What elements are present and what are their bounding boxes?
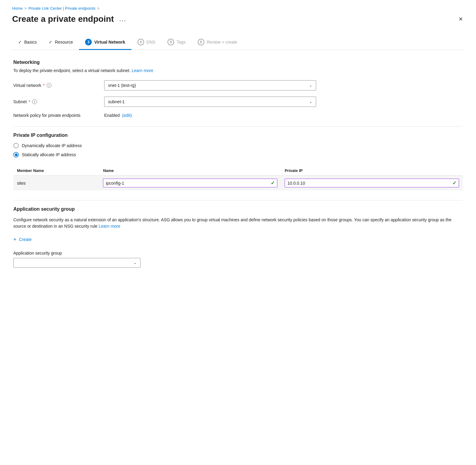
ellipsis-button[interactable]: ...	[117, 15, 128, 23]
subnet-info-icon[interactable]: i	[32, 99, 37, 104]
tab-virtual-network[interactable]: 3 Virtual Network	[79, 35, 131, 50]
name-input-wrapper: ✓	[103, 179, 277, 187]
networking-description: To deploy the private endpoint, select a…	[13, 68, 463, 73]
plus-icon: +	[13, 237, 17, 242]
virtual-network-chevron: ⌄	[309, 83, 312, 87]
networking-section-title: Networking	[13, 60, 463, 65]
subnet-value: subnet-1	[108, 99, 124, 104]
create-btn-label: Create	[19, 237, 32, 242]
network-policy-label: Network policy for private endpoints	[13, 113, 98, 118]
subnet-dropdown[interactable]: subnet-1 ⌄	[104, 97, 316, 107]
col-private-ip: Private IP	[281, 166, 463, 176]
wizard-tabs: ✓ Basics ✓ Resource 3 Virtual Network 4 …	[12, 35, 464, 50]
tab-circle-tags: 5	[167, 39, 174, 45]
tab-label-tags: Tags	[177, 40, 186, 45]
radio-dynamic-label: Dynamically allocate IP address	[22, 143, 82, 148]
col-member-name: Member Name	[13, 166, 99, 176]
tab-basics[interactable]: ✓ Basics	[12, 36, 43, 49]
asg-description: Configure network security as a natural …	[13, 217, 463, 229]
page-title-row: Create a private endpoint ...	[12, 14, 128, 24]
tab-check-basics: ✓	[18, 40, 22, 45]
virtual-network-value: vnet-1 (test-rg)	[108, 83, 136, 88]
asg-title: Application security group	[13, 206, 463, 212]
ip-input[interactable]	[287, 181, 450, 186]
tab-label-virtual-network: Virtual Network	[94, 40, 125, 45]
virtual-network-info-icon[interactable]: i	[47, 83, 51, 88]
radio-dynamic[interactable]: Dynamically allocate IP address	[13, 143, 463, 148]
network-policy-edit[interactable]: (edit)	[122, 113, 132, 118]
cell-name: ✓	[99, 176, 281, 191]
virtual-network-required: *	[43, 83, 45, 88]
content-area: Networking To deploy the private endpoin…	[12, 60, 464, 268]
radio-static-label: Statically allocate IP address	[22, 152, 76, 157]
virtual-network-dropdown[interactable]: vnet-1 (test-rg) ⌄	[104, 80, 316, 91]
breadcrumb: Home > Private Link Center | Private end…	[12, 6, 464, 11]
cell-private-ip: ✓	[281, 176, 463, 191]
name-check-icon: ✓	[271, 180, 275, 186]
radio-static[interactable]: Statically allocate IP address	[13, 152, 463, 157]
tab-label-review: Review + create	[207, 40, 237, 45]
networking-learn-more[interactable]: Learn more	[132, 68, 154, 73]
tab-label-basics: Basics	[24, 40, 37, 45]
tab-circle-review: 6	[198, 39, 204, 45]
page-container: Home > Private Link Center | Private end…	[0, 0, 476, 465]
asg-chevron: ⌄	[134, 261, 137, 265]
close-button[interactable]: ×	[458, 15, 464, 24]
tab-resource[interactable]: ✓ Resource	[43, 36, 79, 49]
tab-tags[interactable]: 5 Tags	[161, 35, 192, 50]
radio-dynamic-input[interactable]	[13, 143, 19, 148]
asg-dropdown[interactable]: ⌄	[13, 258, 140, 268]
ip-config-table: Member Name Name Private IP sites ✓	[13, 166, 463, 190]
radio-static-input[interactable]	[13, 152, 19, 157]
network-policy-row: Network policy for private endpoints Ena…	[13, 113, 463, 118]
breadcrumb-home[interactable]: Home	[12, 6, 23, 11]
tab-dns[interactable]: 4 DNS	[131, 35, 162, 50]
virtual-network-row: Virtual network * i vnet-1 (test-rg) ⌄	[13, 80, 463, 91]
virtual-network-label: Virtual network * i	[13, 83, 98, 88]
breadcrumb-sep-2: >	[97, 6, 99, 11]
subnet-control: subnet-1 ⌄	[104, 97, 316, 107]
ip-check-icon: ✓	[452, 180, 456, 186]
network-policy-value: Enabled	[104, 113, 120, 118]
tab-circle-virtual-network: 3	[85, 39, 92, 45]
subnet-label: Subnet * i	[13, 99, 98, 104]
private-ip-title: Private IP configuration	[13, 133, 463, 138]
subnet-required: *	[28, 99, 30, 104]
page-title: Create a private endpoint	[12, 14, 114, 24]
network-policy-value-area: Enabled (edit)	[104, 113, 132, 118]
tab-circle-dns: 4	[137, 39, 144, 45]
ip-input-wrapper: ✓	[285, 179, 459, 187]
create-asg-button[interactable]: + Create	[13, 236, 32, 243]
asg-learn-more[interactable]: Learn more	[99, 224, 121, 229]
page-header: Create a private endpoint ... ×	[12, 14, 464, 24]
breadcrumb-private-link[interactable]: Private Link Center | Private endpoints	[28, 6, 96, 11]
ip-radio-group: Dynamically allocate IP address Statical…	[13, 143, 463, 157]
tab-label-dns: DNS	[147, 40, 156, 45]
divider-2	[13, 200, 463, 200]
subnet-chevron: ⌄	[309, 100, 312, 104]
breadcrumb-sep-1: >	[25, 6, 27, 11]
table-row: sites ✓ ✓	[13, 176, 463, 191]
tab-review-create[interactable]: 6 Review + create	[192, 35, 243, 50]
asg-section: Application security group Configure net…	[13, 206, 463, 268]
asg-dropdown-label: Application security group	[13, 251, 463, 256]
tab-label-resource: Resource	[55, 40, 73, 45]
subnet-row: Subnet * i subnet-1 ⌄	[13, 97, 463, 107]
name-input[interactable]	[106, 181, 268, 186]
col-name: Name	[99, 166, 281, 176]
virtual-network-control: vnet-1 (test-rg) ⌄	[104, 80, 316, 91]
radio-static-inner	[15, 153, 18, 156]
divider-1	[13, 126, 463, 127]
cell-member-name: sites	[13, 176, 99, 191]
tab-check-resource: ✓	[49, 40, 52, 45]
